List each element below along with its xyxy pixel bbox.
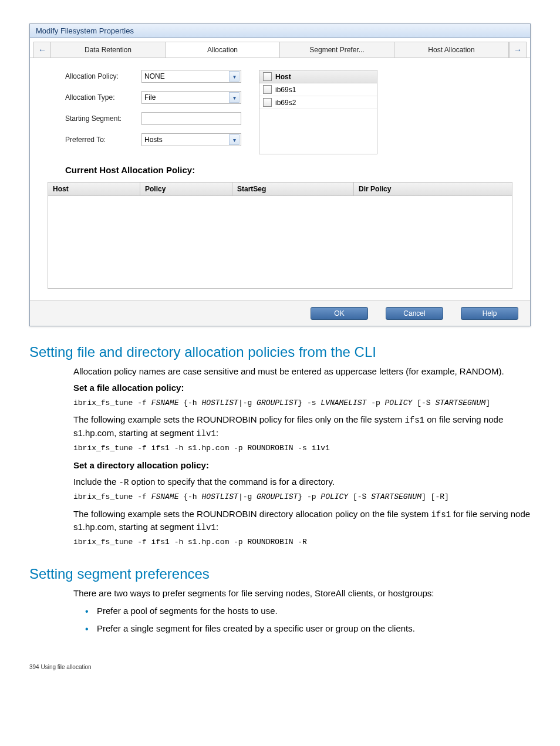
tab-host-allocation[interactable]: Host Allocation (394, 42, 509, 58)
dialog-body: Allocation Policy: NONE ▾ Allocation Typ… (30, 58, 530, 160)
inline-code: ilv1 (196, 523, 216, 532)
command-syntax: ibrix_fs_tune -f FSNAME {-h HOSTLIST|-g … (73, 398, 531, 409)
host-listbox: Host ib69s1 ib69s2 (259, 70, 377, 154)
modify-filesystem-dialog: Modify Filesystem Properties ← Data Rete… (29, 23, 531, 326)
paragraph: Allocation policy names are case sensiti… (73, 365, 531, 378)
inline-code: ilv1 (196, 429, 216, 438)
allocation-policy-value: NONE (144, 72, 165, 80)
tab-allocation[interactable]: Allocation (166, 42, 280, 58)
command-example: ibrix_fs_tune -f ifs1 -h s1.hp.com -p RO… (73, 443, 531, 454)
command-syntax: ibrix_fs_tune -f FSNAME {-h HOSTLIST|-g … (73, 492, 531, 503)
paragraph: The following example sets the ROUNDROBI… (73, 508, 531, 534)
host-header-label: Host (275, 73, 291, 81)
allocation-type-label: Allocation Type: (65, 93, 141, 102)
tab-scroll-right[interactable]: → (509, 42, 527, 58)
host-checkbox[interactable] (263, 98, 272, 107)
arrow-left-icon: ← (38, 45, 46, 55)
ok-button[interactable]: OK (311, 307, 368, 320)
chevron-down-icon: ▾ (229, 71, 239, 82)
host-name: ib69s1 (275, 86, 296, 94)
text: : (216, 522, 218, 532)
col-dirpolicy[interactable]: Dir Policy (354, 183, 512, 195)
col-host[interactable]: Host (48, 183, 140, 195)
text: The following example sets the ROUNDROBI… (73, 509, 431, 519)
inline-code: ifs1 (404, 416, 424, 425)
preferred-to-dropdown[interactable]: Hosts ▾ (141, 133, 241, 146)
policy-table: Host Policy StartSeg Dir Policy (48, 182, 512, 289)
tab-segment-prefer[interactable]: Segment Prefer... (280, 42, 394, 58)
help-button[interactable]: Help (461, 307, 518, 320)
paragraph: The following example sets the ROUNDROBI… (73, 413, 531, 440)
host-row[interactable]: ib69s1 (259, 83, 377, 96)
host-name: ib69s2 (275, 99, 296, 107)
command-example: ibrix_fs_tune -f ifs1 -h s1.hp.com -p RO… (73, 537, 531, 548)
starting-segment-label: Starting Segment: (65, 114, 141, 123)
dialog-title: Modify Filesystem Properties (30, 24, 530, 38)
host-select-all-checkbox[interactable] (263, 72, 272, 81)
list-item: Prefer a single segment for files create… (85, 622, 531, 635)
policy-table-header: Host Policy StartSeg Dir Policy (48, 183, 512, 196)
host-checkbox[interactable] (263, 85, 272, 94)
allocation-type-value: File (144, 93, 156, 102)
chevron-down-icon: ▾ (229, 92, 239, 103)
cancel-button[interactable]: Cancel (386, 307, 443, 320)
inline-code: ifs1 (431, 510, 451, 519)
col-policy[interactable]: Policy (140, 183, 232, 195)
tab-scroll-left[interactable]: ← (33, 42, 51, 58)
preferred-to-value: Hosts (144, 136, 163, 144)
inline-code: -R (119, 478, 129, 487)
host-row[interactable]: ib69s2 (259, 96, 377, 109)
host-list-header: Host (259, 70, 377, 83)
current-policy-heading: Current Host Allocation Policy: (30, 160, 530, 175)
col-startseg[interactable]: StartSeg (232, 183, 354, 195)
text: option to specify that the command is fo… (129, 477, 335, 487)
chevron-down-icon: ▾ (229, 134, 239, 145)
paragraph: There are two ways to prefer segments fo… (73, 587, 531, 600)
allocation-policy-dropdown[interactable]: NONE ▾ (141, 70, 241, 83)
subheading-dir-policy: Set a directory allocation policy: (73, 459, 531, 472)
page-footer: 394 Using file allocation (29, 664, 531, 670)
preferred-to-label: Preferred To: (65, 136, 141, 144)
policy-table-wrap: Host Policy StartSeg Dir Policy (30, 175, 530, 301)
subheading-file-policy: Set a file allocation policy: (73, 382, 531, 394)
tab-data-retention[interactable]: Data Retention (51, 42, 166, 58)
text: Include the (73, 477, 119, 487)
list-item: Prefer a pool of segments for the hosts … (85, 605, 531, 617)
allocation-policy-label: Allocation Policy: (65, 72, 141, 80)
text: The following example sets the ROUNDROBI… (73, 414, 404, 424)
allocation-type-dropdown[interactable]: File ▾ (141, 91, 241, 104)
paragraph: Include the -R option to specify that th… (73, 475, 531, 488)
starting-segment-input[interactable] (141, 112, 241, 125)
text: : (216, 428, 218, 438)
arrow-right-icon: → (514, 45, 522, 55)
dialog-footer: OK Cancel Help (30, 301, 530, 326)
heading-segment-preferences: Setting segment preferences (29, 566, 531, 582)
form-column: Allocation Policy: NONE ▾ Allocation Typ… (65, 70, 241, 154)
heading-cli-policies: Setting file and directory allocation po… (29, 344, 531, 360)
bullet-list: Prefer a pool of segments for the hosts … (73, 605, 531, 635)
dialog-tabbar: ← Data Retention Allocation Segment Pref… (30, 38, 530, 58)
